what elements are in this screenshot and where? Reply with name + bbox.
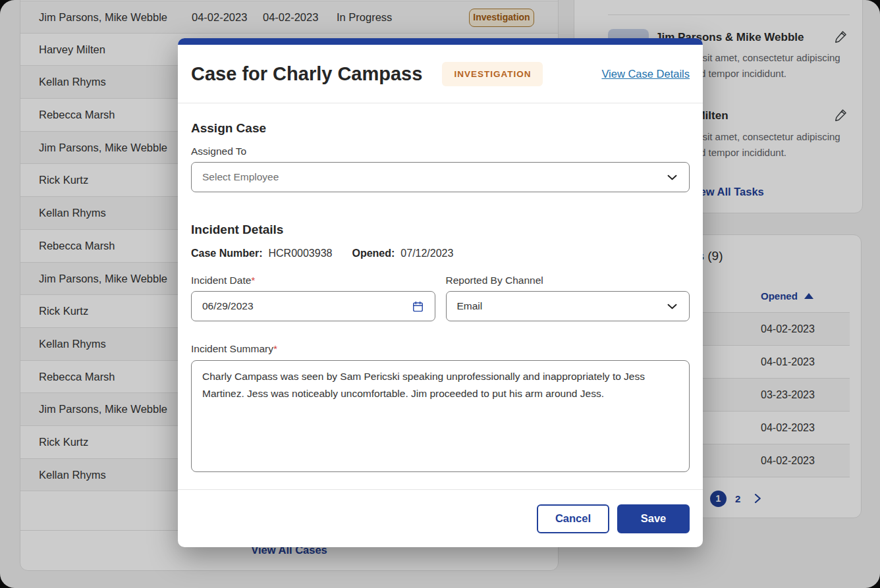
view-case-details-link[interactable]: View Case Details <box>601 68 690 80</box>
channel-label: Reported By Channel <box>446 275 690 286</box>
calendar-icon[interactable] <box>412 300 424 313</box>
required-marker: * <box>273 343 277 354</box>
assign-case-heading: Assign Case <box>191 121 690 136</box>
cancel-button[interactable]: Cancel <box>537 504 609 533</box>
incident-form-row: Incident Date* 06/29/2023 Reported By Ch… <box>191 275 690 321</box>
incident-date-input[interactable]: 06/29/2023 <box>191 291 435 321</box>
chevron-down-icon <box>666 171 678 184</box>
channel-select[interactable]: Email <box>446 291 690 321</box>
save-button[interactable]: Save <box>617 504 690 533</box>
assigned-to-label: Assigned To <box>191 146 690 157</box>
incident-date-label: Incident Date* <box>191 275 435 286</box>
opened-value: 07/12/2023 <box>400 248 453 259</box>
incident-summary-label: Incident Summary* <box>191 343 690 355</box>
assigned-to-select[interactable]: Select Employee <box>191 162 690 192</box>
opened-label: Opened: <box>352 248 395 259</box>
modal-accent-bar <box>178 38 703 45</box>
status-badge: INVESTIGATION <box>442 62 543 86</box>
modal-body: Assign Case Assigned To Select Employee … <box>178 121 703 472</box>
incident-summary-textarea[interactable]: Charly Campass was seen by Sam Pericski … <box>191 360 690 472</box>
channel-value: Email <box>457 300 483 312</box>
required-marker: * <box>251 275 255 286</box>
app-screen: Jim Parsons, Mike Webble 04-02-2023 04-0… <box>0 0 880 588</box>
incident-date-value: 06/29/2023 <box>202 300 254 312</box>
case-number-label: Case Number: <box>191 248 262 259</box>
case-modal: Case for Charly Campass INVESTIGATION Vi… <box>178 38 703 547</box>
modal-header: Case for Charly Campass INVESTIGATION Vi… <box>178 45 703 103</box>
modal-footer: Cancel Save <box>178 489 703 547</box>
case-number-value: HCR0003938 <box>268 248 332 259</box>
chevron-down-icon <box>666 300 678 313</box>
case-meta-row: Case Number: HCR0003938 Opened: 07/12/20… <box>191 248 690 259</box>
modal-title: Case for Charly Campass <box>191 63 422 85</box>
assigned-to-placeholder: Select Employee <box>202 171 279 183</box>
incident-details-heading: Incident Details <box>191 223 690 237</box>
